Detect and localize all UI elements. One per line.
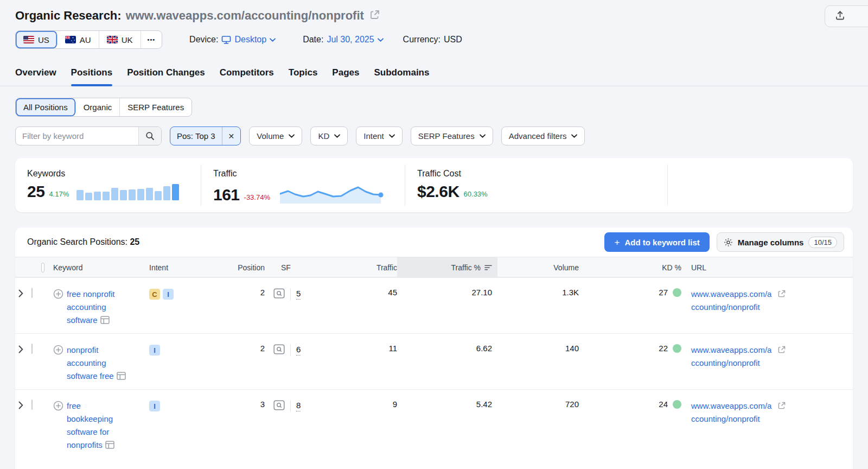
gear-icon — [724, 238, 733, 247]
external-link-icon[interactable] — [369, 9, 380, 22]
serp-snapshot-icon[interactable] — [100, 315, 110, 328]
add-keyword-icon[interactable] — [53, 289, 63, 328]
expand-row-button[interactable] — [15, 288, 28, 299]
expand-row-button[interactable] — [15, 344, 28, 355]
advanced-filters-dropdown[interactable]: Advanced filters — [501, 126, 585, 145]
column-header-traffic-pct[interactable]: Traffic % — [397, 257, 497, 278]
kd-difficulty-dot — [673, 288, 681, 297]
more-countries-button[interactable]: ••• — [141, 31, 162, 48]
add-to-keyword-list-button[interactable]: + Add to keyword list — [604, 232, 709, 252]
traffic-pct-label: Traffic % — [451, 263, 481, 272]
date-selector: Date: Jul 30, 2025 — [303, 35, 383, 45]
segment-organic[interactable]: Organic — [76, 98, 120, 116]
table-row: free nonprofit accounting software CI 2 … — [15, 277, 853, 333]
page-header: Organic Research: www.waveapps.com/accou… — [0, 0, 868, 23]
us-flag-icon — [23, 36, 34, 43]
external-link-icon[interactable] — [777, 401, 786, 426]
add-keyword-icon[interactable] — [53, 401, 63, 453]
country-tab-us[interactable]: US — [16, 31, 58, 48]
date-dropdown[interactable]: Jul 30, 2025 — [327, 35, 383, 45]
keyword-link[interactable]: nonprofit accounting software free — [67, 344, 129, 384]
sf-count-link[interactable]: 5 — [296, 289, 301, 300]
remove-filter-icon[interactable]: ✕ — [222, 127, 241, 145]
row-checkbox[interactable] — [31, 344, 33, 354]
column-header-traffic[interactable]: Traffic — [337, 257, 397, 278]
segment-serp-features[interactable]: SERP Features — [120, 98, 192, 116]
serp-snapshot-icon[interactable] — [117, 371, 126, 384]
country-tab-uk[interactable]: UK — [99, 31, 141, 48]
table-title: Organic Search Positions: 25 — [27, 237, 139, 247]
search-button[interactable] — [138, 127, 161, 145]
chevron-right-icon — [18, 289, 23, 297]
sf-count-link[interactable]: 8 — [296, 401, 301, 411]
intent-badges: CI — [139, 288, 205, 300]
plus-icon: + — [614, 238, 620, 247]
manage-columns-button[interactable]: Manage columns 10/15 — [717, 232, 844, 252]
keyword-link[interactable]: free nonprofit accounting software — [67, 288, 129, 328]
serp-preview-icon[interactable] — [273, 288, 285, 300]
external-link-icon[interactable] — [777, 345, 786, 370]
traffic-pct-value: 5.42 — [397, 400, 497, 409]
tab-topics[interactable]: Topics — [289, 67, 318, 86]
external-link-icon[interactable] — [777, 289, 786, 314]
dropdown-label: Advanced filters — [509, 131, 567, 141]
add-keyword-icon[interactable] — [53, 345, 63, 384]
kd-difficulty-dot — [673, 344, 681, 353]
row-checkbox[interactable] — [31, 288, 33, 298]
row-checkbox[interactable] — [31, 400, 33, 410]
keywords-trend-bars[interactable] — [76, 183, 179, 200]
traffic-value: 11 — [337, 344, 397, 353]
tab-subdomains[interactable]: Subdomains — [374, 67, 429, 86]
result-url-link[interactable]: www.waveapps.com/accounting/nonprofit — [691, 344, 774, 370]
chevron-down-icon — [378, 38, 384, 42]
search-icon — [145, 131, 155, 141]
device-dropdown[interactable]: Desktop — [221, 35, 276, 45]
expand-row-button[interactable] — [15, 400, 28, 411]
position-value: 2 — [205, 344, 267, 353]
position-filter-chip: Pos: Top 3 ✕ — [170, 126, 241, 145]
chip-label[interactable]: Pos: Top 3 — [170, 131, 222, 141]
kd-filter-dropdown[interactable]: KD — [310, 126, 348, 145]
intent-filter-dropdown[interactable]: Intent — [356, 126, 403, 145]
tab-position-changes[interactable]: Position Changes — [127, 67, 205, 86]
result-url-link[interactable]: www.waveapps.com/accounting/nonprofit — [691, 400, 774, 426]
uk-flag-icon — [107, 36, 118, 43]
column-header-keyword[interactable]: Keyword — [44, 257, 139, 278]
tab-overview[interactable]: Overview — [15, 67, 56, 86]
column-header-kd[interactable]: KD % — [584, 257, 685, 278]
serp-preview-icon[interactable] — [273, 344, 285, 356]
segment-all-positions[interactable]: All Positions — [16, 98, 76, 116]
tab-positions[interactable]: Positions — [71, 67, 113, 86]
traffic-value: 9 — [337, 400, 397, 409]
column-header-position[interactable]: Position — [205, 257, 267, 278]
country-tab-au[interactable]: AU — [58, 31, 99, 48]
column-header-intent[interactable]: Intent — [139, 257, 205, 278]
export-button[interactable] — [825, 5, 868, 27]
keyword-link[interactable]: free bookkeeping software for nonprofits — [67, 400, 129, 453]
intent-badge-I: I — [149, 401, 160, 411]
traffic-pct-value: 27.10 — [397, 288, 497, 297]
add-button-label: Add to keyword list — [624, 238, 699, 247]
tab-competitors[interactable]: Competitors — [220, 67, 274, 86]
organic-research-page: Organic Research: www.waveapps.com/accou… — [0, 0, 868, 469]
keyword-filter-input[interactable] — [16, 127, 138, 145]
serp-preview-icon[interactable] — [273, 400, 285, 412]
kd-value: 22 — [659, 344, 668, 353]
serp-features-filter-dropdown[interactable]: SERP Features — [411, 126, 493, 145]
traffic-sparkline[interactable] — [280, 183, 386, 205]
sf-count-link[interactable]: 6 — [296, 345, 301, 356]
dropdown-label: KD — [318, 131, 329, 141]
dropdown-label: Intent — [363, 131, 384, 141]
column-header-sf[interactable]: SF — [267, 257, 337, 278]
tab-pages[interactable]: Pages — [332, 67, 359, 86]
volume-filter-dropdown[interactable]: Volume — [249, 126, 302, 145]
position-value: 2 — [205, 288, 267, 297]
report-tabs: Overview Positions Position Changes Comp… — [0, 67, 868, 86]
column-header-url[interactable]: URL — [685, 257, 853, 278]
chevron-down-icon — [270, 38, 276, 42]
column-header-volume[interactable]: Volume — [497, 257, 584, 278]
serp-snapshot-icon[interactable] — [105, 440, 114, 453]
date-label: Date: — [303, 35, 323, 45]
result-url-link[interactable]: www.waveapps.com/accounting/nonprofit — [691, 288, 774, 314]
keywords-stat: Keywords 25 4.17% — [15, 158, 201, 212]
